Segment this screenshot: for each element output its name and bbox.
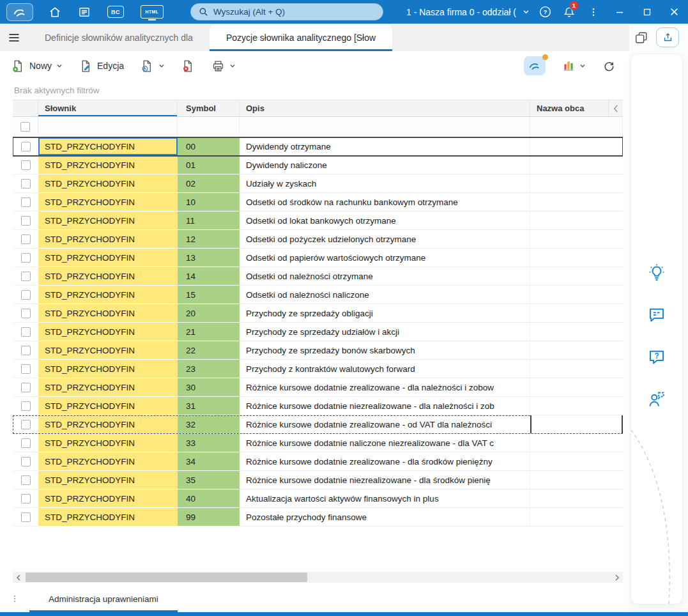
slownik-cell[interactable]: STD_PRZYCHODYFIN <box>38 304 178 323</box>
slownik-cell[interactable]: STD_PRZYCHODYFIN <box>38 415 178 434</box>
nazwa-obca-cell[interactable] <box>530 397 623 415</box>
table-row[interactable]: STD_PRZYCHODYFIN 33 Różnice kursowe doda… <box>13 434 623 452</box>
collapse-panel-button[interactable] <box>609 100 623 116</box>
nazwa-obca-cell[interactable] <box>530 230 623 249</box>
table-row[interactable]: STD_PRZYCHODYFIN 34 Różnice kursowe doda… <box>13 452 623 471</box>
slownik-cell[interactable]: STD_PRZYCHODYFIN <box>38 378 178 397</box>
table-row[interactable]: STD_PRZYCHODYFIN 01 Dywidendy naliczone <box>13 156 623 174</box>
symbol-cell[interactable]: 40 <box>178 489 240 508</box>
maximize-button[interactable] <box>633 0 661 24</box>
symbol-cell[interactable]: 10 <box>178 193 240 212</box>
search-input[interactable] <box>213 7 375 17</box>
row-checkbox[interactable] <box>21 197 31 207</box>
row-checkbox[interactable] <box>21 401 31 411</box>
nazwa-obca-cell[interactable] <box>530 489 623 508</box>
symbol-cell[interactable]: 11 <box>178 212 240 230</box>
close-button[interactable] <box>661 0 688 24</box>
comarch-logo-button[interactable] <box>6 3 33 21</box>
business-central-button[interactable]: BC <box>107 6 124 18</box>
horizontal-scrollbar[interactable] <box>13 572 623 583</box>
history-button[interactable] <box>141 59 165 73</box>
table-row[interactable]: STD_PRZYCHODYFIN 40 Aktualizacja wartośc… <box>13 489 623 508</box>
row-checkbox[interactable] <box>21 494 31 504</box>
home-button[interactable] <box>49 6 61 19</box>
nazwa-obca-cell[interactable] <box>530 452 623 471</box>
tab-administracja-uprawnieniami[interactable]: Administracja uprawnieniami <box>29 585 178 612</box>
slownik-cell[interactable]: STD_PRZYCHODYFIN <box>38 156 178 174</box>
opis-cell[interactable]: Różnice kursowe dodatnie zrealizowane - … <box>240 378 530 397</box>
symbol-cell[interactable]: 20 <box>178 304 240 323</box>
slownik-cell[interactable]: STD_PRZYCHODYFIN <box>38 267 178 286</box>
tab-pozycje-slownika[interactable]: Pozycje słownika analitycznego [Słow <box>210 24 392 51</box>
company-selector[interactable]: 1 - Nasza firma 0 - oddział ( <box>406 7 530 17</box>
nazwa-obca-cell[interactable] <box>530 471 623 489</box>
table-row[interactable]: STD_PRZYCHODYFIN 10 Odsetki od środków n… <box>13 193 623 212</box>
column-header-nazwa-obca[interactable]: Nazwa obca <box>530 100 609 116</box>
nazwa-obca-cell[interactable] <box>530 360 623 378</box>
search-box[interactable] <box>190 3 383 20</box>
opis-cell[interactable]: Przychody ze sprzedaży udziałów i akcji <box>240 323 530 341</box>
table-row[interactable]: STD_PRZYCHODYFIN 30 Różnice kursowe doda… <box>13 378 623 397</box>
column-header-symbol[interactable]: Symbol <box>178 100 240 116</box>
row-checkbox[interactable] <box>21 346 31 355</box>
drag-handle[interactable] <box>10 593 19 604</box>
table-row[interactable]: STD_PRZYCHODYFIN 13 Odsetki od papierów … <box>13 249 623 267</box>
symbol-cell[interactable]: 15 <box>178 286 240 304</box>
new-button[interactable]: Nowy <box>11 59 63 73</box>
opis-cell[interactable]: Przychody ze sprzedaży obligacji <box>240 304 530 323</box>
table-row[interactable]: STD_PRZYCHODYFIN 15 Odsetki od należnośc… <box>13 286 623 304</box>
table-row[interactable]: STD_PRZYCHODYFIN 21 Przychody ze sprzeda… <box>13 323 623 341</box>
opis-cell[interactable]: Różnice kursowe dodatnie naliczone niezr… <box>240 434 530 452</box>
table-row[interactable]: STD_PRZYCHODYFIN 32 Różnice kursowe doda… <box>13 415 623 434</box>
opis-cell[interactable]: Odsetki od należności naliczone <box>240 286 530 304</box>
slownik-cell[interactable]: STD_PRZYCHODYFIN <box>38 452 178 471</box>
row-checkbox[interactable] <box>21 327 31 337</box>
opis-cell[interactable]: Przychody z kontraktów walutowych forwar… <box>240 360 530 378</box>
table-row[interactable]: STD_PRZYCHODYFIN 02 Udziały w zyskach <box>13 174 623 193</box>
notifications-button[interactable]: 1 <box>557 0 581 24</box>
row-checkbox[interactable] <box>21 142 31 151</box>
nazwa-obca-cell[interactable] <box>530 508 623 527</box>
nazwa-obca-cell[interactable] <box>530 415 623 434</box>
row-checkbox[interactable] <box>21 383 31 392</box>
opis-cell[interactable]: Pozostałe przychody finansowe <box>240 508 530 527</box>
symbol-cell[interactable]: 02 <box>178 174 240 193</box>
slownik-cell[interactable]: STD_PRZYCHODYFIN <box>38 397 178 415</box>
row-checkbox[interactable] <box>21 309 31 318</box>
html-preview-button[interactable]: HTML <box>141 5 164 19</box>
symbol-cell[interactable]: 33 <box>178 434 240 452</box>
pages-button[interactable] <box>634 31 648 45</box>
row-checkbox[interactable] <box>21 253 31 263</box>
row-checkbox[interactable] <box>21 179 31 189</box>
nazwa-obca-cell[interactable] <box>530 193 623 212</box>
opis-cell[interactable]: Różnice kursowe dodatnie zrealizowane - … <box>240 452 530 471</box>
column-header-slownik[interactable]: Słownik <box>38 100 178 116</box>
nazwa-obca-cell[interactable] <box>530 378 623 397</box>
edit-button[interactable]: Edycja <box>79 59 124 73</box>
opis-cell[interactable]: Różnice kursowe dodatnie niezrealizowane… <box>240 397 530 415</box>
nazwa-obca-cell[interactable] <box>530 434 623 452</box>
slownik-cell[interactable]: STD_PRZYCHODYFIN <box>38 434 178 452</box>
nazwa-obca-cell[interactable] <box>530 341 623 360</box>
slownik-cell[interactable]: STD_PRZYCHODYFIN <box>38 174 178 193</box>
table-row[interactable]: STD_PRZYCHODYFIN 22 Przychody ze sprzeda… <box>13 341 623 360</box>
slownik-cell[interactable]: STD_PRZYCHODYFIN <box>38 471 178 489</box>
scroll-left-button[interactable] <box>13 572 24 583</box>
select-all-checkbox[interactable] <box>20 122 30 132</box>
slownik-cell[interactable]: STD_PRZYCHODYFIN <box>38 341 178 360</box>
share-button[interactable] <box>656 27 679 47</box>
slownik-cell[interactable]: STD_PRZYCHODYFIN <box>38 508 178 527</box>
chart-button[interactable] <box>562 59 586 72</box>
slownik-cell[interactable]: STD_PRZYCHODYFIN <box>38 489 178 508</box>
symbol-cell[interactable]: 30 <box>178 378 240 397</box>
nazwa-obca-cell[interactable] <box>530 156 623 174</box>
row-checkbox[interactable] <box>21 272 31 281</box>
opis-cell[interactable]: Różnice kursowe dodatnie zrealizowane - … <box>240 415 530 434</box>
filter-opis[interactable] <box>240 117 530 137</box>
nazwa-obca-cell[interactable] <box>530 174 623 193</box>
opis-cell[interactable]: Dywidendy otrzymane <box>240 137 530 156</box>
delete-button[interactable] <box>181 59 195 73</box>
symbol-cell[interactable]: 00 <box>178 137 240 156</box>
slownik-cell[interactable]: STD_PRZYCHODYFIN <box>38 230 178 249</box>
nazwa-obca-cell[interactable] <box>530 249 623 267</box>
